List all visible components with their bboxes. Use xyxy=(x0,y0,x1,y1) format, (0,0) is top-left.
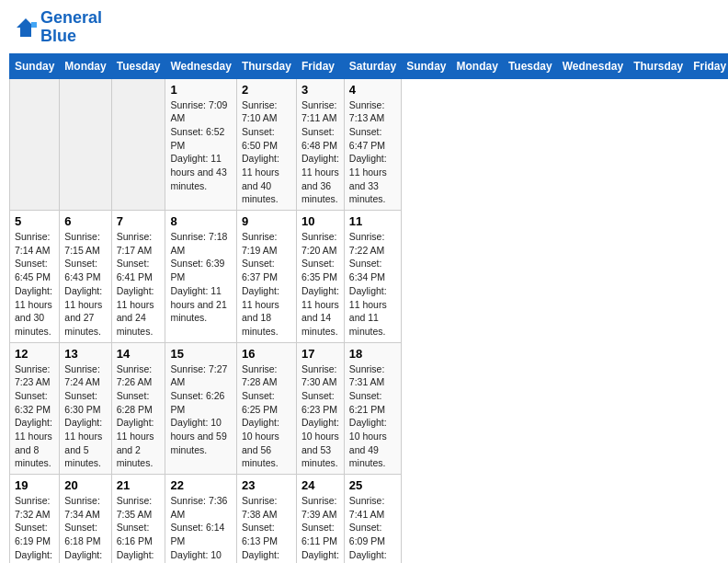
header-day-thursday: Thursday xyxy=(629,53,688,78)
calendar-week-4: 19Sunrise: 7:32 AMSunset: 6:19 PMDayligh… xyxy=(10,475,729,563)
calendar-cell: 1Sunrise: 7:09 AMSunset: 6:52 PMDaylight… xyxy=(165,78,236,211)
day-number: 14 xyxy=(117,347,161,361)
header-day-sunday: Sunday xyxy=(402,53,451,78)
day-number: 9 xyxy=(242,214,291,228)
day-number: 15 xyxy=(170,347,231,361)
day-number: 19 xyxy=(15,478,54,492)
logo-icon xyxy=(13,15,39,40)
calendar-cell: 3Sunrise: 7:11 AMSunset: 6:48 PMDaylight… xyxy=(296,78,344,211)
day-number: 2 xyxy=(242,83,291,97)
calendar-cell: 9Sunrise: 7:19 AMSunset: 6:37 PMDaylight… xyxy=(236,211,296,343)
day-info: Sunrise: 7:26 AMSunset: 6:28 PMDaylight:… xyxy=(117,362,161,471)
day-info: Sunrise: 7:31 AMSunset: 6:21 PMDaylight:… xyxy=(349,362,396,471)
calendar-cell: 13Sunrise: 7:24 AMSunset: 6:30 PMDayligh… xyxy=(60,342,111,475)
day-number: 18 xyxy=(349,347,396,361)
calendar-header-row: SundayMondayTuesdayWednesdayThursdayFrid… xyxy=(10,53,729,78)
header-day-saturday: Saturday xyxy=(344,53,401,78)
calendar-cell: 17Sunrise: 7:30 AMSunset: 6:23 PMDayligh… xyxy=(296,342,344,475)
calendar-cell: 19Sunrise: 7:32 AMSunset: 6:19 PMDayligh… xyxy=(10,475,60,563)
day-info: Sunrise: 7:23 AMSunset: 6:32 PMDaylight:… xyxy=(15,362,54,471)
calendar-cell xyxy=(60,78,111,211)
calendar-cell: 7Sunrise: 7:17 AMSunset: 6:41 PMDaylight… xyxy=(111,211,165,343)
calendar-cell: 12Sunrise: 7:23 AMSunset: 6:32 PMDayligh… xyxy=(10,342,60,475)
day-number: 5 xyxy=(15,214,54,228)
day-number: 23 xyxy=(242,478,291,492)
header-day-tuesday: Tuesday xyxy=(111,53,165,78)
calendar-cell: 14Sunrise: 7:26 AMSunset: 6:28 PMDayligh… xyxy=(111,342,165,475)
day-number: 22 xyxy=(170,478,231,492)
calendar-cell: 10Sunrise: 7:20 AMSunset: 6:35 PMDayligh… xyxy=(296,211,344,343)
svg-marker-2 xyxy=(31,22,37,28)
calendar-cell: 15Sunrise: 7:27 AMSunset: 6:26 PMDayligh… xyxy=(165,342,236,475)
day-info: Sunrise: 7:15 AMSunset: 6:43 PMDaylight:… xyxy=(64,230,106,339)
calendar-cell: 23Sunrise: 7:38 AMSunset: 6:13 PMDayligh… xyxy=(236,475,296,563)
day-number: 7 xyxy=(117,214,161,228)
header-day-monday: Monday xyxy=(60,53,111,78)
day-info: Sunrise: 7:36 AMSunset: 6:14 PMDaylight:… xyxy=(170,494,231,563)
page-header: General Blue xyxy=(9,9,719,46)
day-info: Sunrise: 7:13 AMSunset: 6:47 PMDaylight:… xyxy=(349,98,396,207)
calendar-cell: 20Sunrise: 7:34 AMSunset: 6:18 PMDayligh… xyxy=(60,475,111,563)
day-info: Sunrise: 7:24 AMSunset: 6:30 PMDaylight:… xyxy=(64,362,106,471)
calendar-cell: 24Sunrise: 7:39 AMSunset: 6:11 PMDayligh… xyxy=(296,475,344,563)
calendar-cell: 11Sunrise: 7:22 AMSunset: 6:34 PMDayligh… xyxy=(344,211,401,343)
day-info: Sunrise: 7:35 AMSunset: 6:16 PMDaylight:… xyxy=(117,494,161,563)
day-info: Sunrise: 7:39 AMSunset: 6:11 PMDaylight:… xyxy=(301,494,339,563)
day-info: Sunrise: 7:20 AMSunset: 6:35 PMDaylight:… xyxy=(301,230,339,339)
day-info: Sunrise: 7:30 AMSunset: 6:23 PMDaylight:… xyxy=(301,362,339,471)
logo-text: General Blue xyxy=(40,9,102,46)
calendar-cell: 21Sunrise: 7:35 AMSunset: 6:16 PMDayligh… xyxy=(111,475,165,563)
header-day-sunday: Sunday xyxy=(10,53,60,78)
calendar-week-1: 1Sunrise: 7:09 AMSunset: 6:52 PMDaylight… xyxy=(10,78,729,211)
calendar-table: SundayMondayTuesdayWednesdayThursdayFrid… xyxy=(9,53,728,563)
day-info: Sunrise: 7:32 AMSunset: 6:19 PMDaylight:… xyxy=(15,494,54,563)
day-number: 8 xyxy=(170,214,231,228)
header-day-thursday: Thursday xyxy=(236,53,296,78)
day-number: 1 xyxy=(170,83,231,97)
day-number: 25 xyxy=(349,478,396,492)
calendar-cell: 25Sunrise: 7:41 AMSunset: 6:09 PMDayligh… xyxy=(344,475,401,563)
day-info: Sunrise: 7:10 AMSunset: 6:50 PMDaylight:… xyxy=(242,98,291,207)
day-number: 6 xyxy=(64,214,106,228)
day-number: 21 xyxy=(117,478,161,492)
day-number: 10 xyxy=(301,214,339,228)
calendar-cell: 2Sunrise: 7:10 AMSunset: 6:50 PMDaylight… xyxy=(236,78,296,211)
header-day-tuesday: Tuesday xyxy=(503,53,557,78)
day-info: Sunrise: 7:34 AMSunset: 6:18 PMDaylight:… xyxy=(64,494,106,563)
calendar-cell xyxy=(111,78,165,211)
header-day-wednesday: Wednesday xyxy=(165,53,236,78)
day-info: Sunrise: 7:11 AMSunset: 6:48 PMDaylight:… xyxy=(301,98,339,207)
day-number: 13 xyxy=(64,347,106,361)
day-info: Sunrise: 7:19 AMSunset: 6:37 PMDaylight:… xyxy=(242,230,291,339)
calendar-cell: 8Sunrise: 7:18 AMSunset: 6:39 PMDaylight… xyxy=(165,211,236,343)
calendar-cell: 6Sunrise: 7:15 AMSunset: 6:43 PMDaylight… xyxy=(60,211,111,343)
day-number: 20 xyxy=(64,478,106,492)
day-info: Sunrise: 7:28 AMSunset: 6:25 PMDaylight:… xyxy=(242,362,291,471)
calendar-week-3: 12Sunrise: 7:23 AMSunset: 6:32 PMDayligh… xyxy=(10,342,729,475)
calendar-cell: 18Sunrise: 7:31 AMSunset: 6:21 PMDayligh… xyxy=(344,342,401,475)
day-number: 4 xyxy=(349,83,396,97)
day-info: Sunrise: 7:09 AMSunset: 6:52 PMDaylight:… xyxy=(170,98,231,193)
calendar-week-2: 5Sunrise: 7:14 AMSunset: 6:45 PMDaylight… xyxy=(10,211,729,343)
day-info: Sunrise: 7:18 AMSunset: 6:39 PMDaylight:… xyxy=(170,230,231,325)
day-number: 17 xyxy=(301,347,339,361)
day-info: Sunrise: 7:38 AMSunset: 6:13 PMDaylight:… xyxy=(242,494,291,563)
day-info: Sunrise: 7:27 AMSunset: 6:26 PMDaylight:… xyxy=(170,362,231,457)
logo: General Blue xyxy=(13,9,102,46)
day-number: 12 xyxy=(15,347,54,361)
calendar-cell: 16Sunrise: 7:28 AMSunset: 6:25 PMDayligh… xyxy=(236,342,296,475)
header-day-friday: Friday xyxy=(296,53,344,78)
day-info: Sunrise: 7:17 AMSunset: 6:41 PMDaylight:… xyxy=(117,230,161,339)
header-day-wednesday: Wednesday xyxy=(557,53,628,78)
day-number: 11 xyxy=(349,214,396,228)
day-info: Sunrise: 7:22 AMSunset: 6:34 PMDaylight:… xyxy=(349,230,396,339)
day-number: 16 xyxy=(242,347,291,361)
day-number: 24 xyxy=(301,478,339,492)
calendar-cell: 4Sunrise: 7:13 AMSunset: 6:47 PMDaylight… xyxy=(344,78,401,211)
calendar-cell xyxy=(10,78,60,211)
header-day-monday: Monday xyxy=(451,53,503,78)
day-number: 3 xyxy=(301,83,339,97)
calendar-cell: 5Sunrise: 7:14 AMSunset: 6:45 PMDaylight… xyxy=(10,211,60,343)
day-info: Sunrise: 7:14 AMSunset: 6:45 PMDaylight:… xyxy=(15,230,54,339)
calendar-cell: 22Sunrise: 7:36 AMSunset: 6:14 PMDayligh… xyxy=(165,475,236,563)
